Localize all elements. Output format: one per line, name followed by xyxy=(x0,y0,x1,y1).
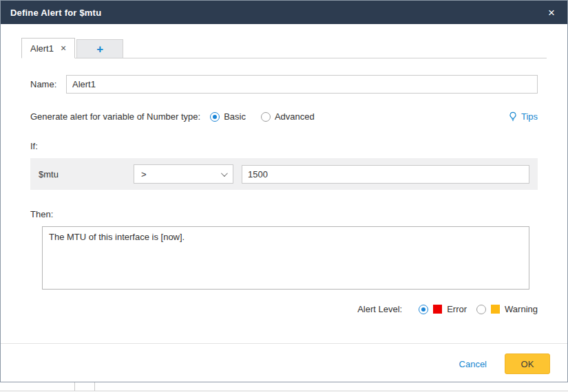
define-alert-dialog: Define Alert for $mtu × Alert1 × + Name:… xyxy=(0,0,568,382)
type-label: Generate alert for variable of Number ty… xyxy=(30,111,200,122)
operator-value: > xyxy=(141,169,221,179)
background-page-sliver xyxy=(0,382,568,391)
error-label: Error xyxy=(447,304,467,314)
radio-advanced-icon[interactable] xyxy=(261,112,271,122)
if-label: If: xyxy=(30,141,538,151)
message-wrap: The MTU of this interface is [now]. xyxy=(42,226,529,292)
alert-tab-strip: Alert1 × + xyxy=(21,38,547,58)
error-color-swatch xyxy=(433,305,442,314)
background-gridline xyxy=(74,382,75,391)
radio-advanced-label: Advanced xyxy=(275,111,315,122)
warning-label: Warning xyxy=(505,304,538,314)
cancel-button[interactable]: Cancel xyxy=(459,359,487,369)
tips-label: Tips xyxy=(521,111,538,122)
condition-row: $mtu > xyxy=(30,158,538,190)
background-gridline xyxy=(94,382,95,391)
add-tab-button[interactable]: + xyxy=(76,39,123,58)
dialog-title: Define Alert for $mtu xyxy=(10,8,101,18)
radio-option-error[interactable]: Error xyxy=(419,304,467,314)
name-input[interactable] xyxy=(66,75,538,94)
radio-error-icon[interactable] xyxy=(419,305,428,314)
tab-close-icon[interactable]: × xyxy=(61,43,66,53)
alert-level-row: Alert Level: Error Warning xyxy=(30,304,538,314)
plus-icon: + xyxy=(96,43,103,55)
name-row: Name: xyxy=(30,75,538,94)
warning-color-swatch xyxy=(491,305,500,314)
radio-warning-icon[interactable] xyxy=(476,305,486,314)
alert-level-label: Alert Level: xyxy=(357,304,402,314)
tips-link[interactable]: Tips xyxy=(508,111,538,122)
ok-button[interactable]: OK xyxy=(505,353,550,374)
radio-option-warning[interactable]: Warning xyxy=(476,304,538,314)
chevron-down-icon xyxy=(221,170,228,177)
radio-basic-label: Basic xyxy=(224,111,246,122)
name-label: Name: xyxy=(30,79,66,89)
tab-alert1[interactable]: Alert1 × xyxy=(21,38,75,58)
radio-option-advanced[interactable]: Advanced xyxy=(261,111,315,122)
radio-basic-icon[interactable] xyxy=(210,112,220,122)
dialog-close-icon[interactable]: × xyxy=(545,6,558,20)
threshold-input[interactable] xyxy=(242,165,529,184)
then-label: Then: xyxy=(30,209,538,219)
condition-variable: $mtu xyxy=(39,169,134,179)
dialog-titlebar: Define Alert for $mtu × xyxy=(1,1,567,24)
alert-message-textarea[interactable]: The MTU of this interface is [now]. xyxy=(42,226,529,290)
type-row: Generate alert for variable of Number ty… xyxy=(30,111,538,122)
tips-bulb-icon xyxy=(508,111,518,122)
dialog-footer: Cancel OK xyxy=(1,344,567,384)
dialog-content: Name: Generate alert for variable of Num… xyxy=(1,58,567,314)
radio-option-basic[interactable]: Basic xyxy=(210,111,246,122)
operator-select[interactable]: > xyxy=(134,164,233,184)
tab-alert1-label: Alert1 xyxy=(30,43,54,54)
